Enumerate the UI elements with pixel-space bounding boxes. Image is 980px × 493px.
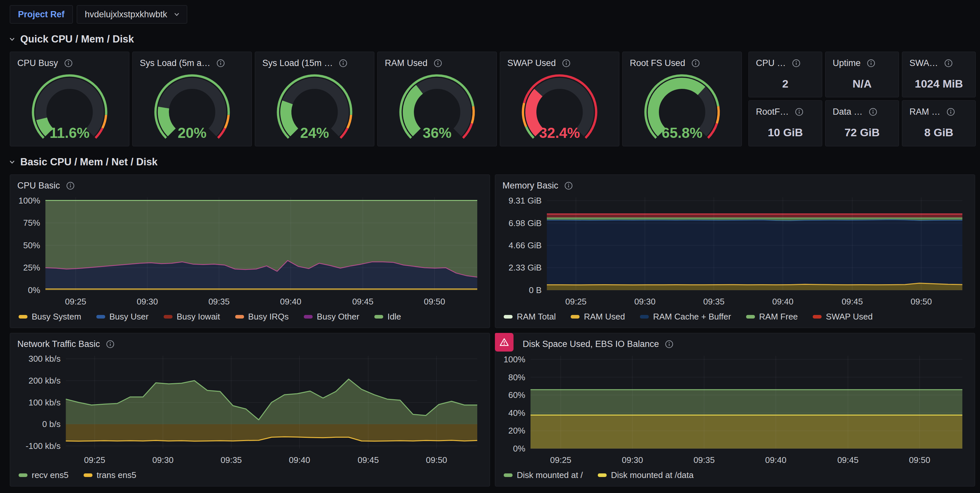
panel-title[interactable]: RAM Used [385, 58, 428, 68]
gauge-value: 24% [300, 125, 329, 141]
info-icon[interactable] [691, 59, 700, 68]
legend-item[interactable]: Idle [374, 312, 401, 322]
alert-badge[interactable] [495, 333, 514, 351]
legend-item[interactable]: Busy System [19, 312, 81, 322]
chart-legend: Busy System Busy User Busy Iowait Busy I… [10, 310, 490, 328]
panel-title[interactable]: SWAP Used [508, 58, 556, 68]
panel-header: RootF… [749, 101, 822, 118]
legend-item[interactable]: Busy Iowait [164, 312, 220, 322]
info-icon[interactable] [66, 181, 75, 190]
chart-panel: Memory Basic 0 B2.33 GiB4.66 GiB6.98 GiB… [495, 175, 975, 328]
section-title: Basic CPU / Mem / Net / Disk [20, 156, 158, 168]
info-icon[interactable] [944, 59, 953, 68]
variable-dropdown[interactable]: hvdelujxlxstpxkhwbtk [77, 5, 187, 24]
svg-text:09:45: 09:45 [352, 297, 373, 307]
stat-value: 10 GiB [749, 126, 822, 139]
legend-item[interactable]: Disk mounted at / [504, 470, 583, 480]
info-icon[interactable] [665, 340, 674, 348]
info-icon[interactable] [64, 59, 73, 68]
panel-title[interactable]: Sys Load (15m … [262, 58, 333, 68]
legend-label: Busy Other [317, 312, 360, 322]
legend-item[interactable]: trans ens5 [84, 470, 136, 480]
legend-label: RAM Used [584, 312, 625, 322]
legend-color-chip [640, 315, 649, 318]
svg-text:2.33 GiB: 2.33 GiB [509, 263, 542, 272]
gauge-visualization: 65.8% [627, 70, 738, 142]
svg-text:09:45: 09:45 [358, 455, 379, 465]
legend-label: Busy Iowait [177, 312, 220, 322]
legend-color-chip [374, 315, 383, 318]
gauge: 20% [133, 70, 251, 142]
legend-item[interactable]: Busy Other [304, 312, 360, 322]
legend-item[interactable]: Busy IRQs [235, 312, 289, 322]
svg-text:6.98 GiB: 6.98 GiB [509, 218, 542, 228]
panel-title[interactable]: RAM … [910, 107, 940, 117]
stat-panel: CPU … 2 [748, 52, 822, 97]
stat-value: 1024 MiB [902, 78, 975, 90]
chart-plot-area[interactable]: 0%20%40%60%80%100%09:2509:3009:3509:4009… [495, 351, 975, 469]
legend-item[interactable]: SWAP Used [813, 312, 872, 322]
stat-panel: SWA… 1024 MiB [902, 52, 976, 97]
quick-row: CPU Busy 11.6% Sys Load (5m a… 20% Sys L… [10, 52, 970, 146]
legend-label: RAM Cache + Buffer [653, 312, 731, 322]
panel-title[interactable]: Sys Load (5m a… [140, 58, 210, 68]
svg-text:09:35: 09:35 [703, 297, 725, 307]
panel-title[interactable]: RootF… [756, 107, 789, 117]
info-icon[interactable] [869, 108, 877, 116]
legend-item[interactable]: RAM Free [746, 312, 798, 322]
chart-panels: CPU Basic 0%25%50%75%100%09:2509:3009:35… [10, 175, 970, 487]
legend-label: trans ens5 [97, 470, 136, 480]
legend-label: recv ens5 [32, 470, 68, 480]
panel-header: RAM Used [378, 52, 496, 70]
info-icon[interactable] [867, 59, 875, 68]
chart-panel: Disk Space Used, EBS IO Balance 0%20%40%… [495, 333, 975, 487]
svg-text:09:40: 09:40 [772, 297, 794, 307]
svg-text:09:45: 09:45 [842, 297, 863, 307]
info-icon[interactable] [792, 59, 801, 68]
info-icon[interactable] [947, 108, 955, 116]
legend-item[interactable]: recv ens5 [19, 470, 68, 480]
svg-text:09:35: 09:35 [208, 297, 230, 307]
panel-title[interactable]: Network Traffic Basic [18, 339, 100, 349]
legend-color-chip [96, 315, 105, 318]
info-icon[interactable] [795, 108, 803, 116]
info-icon[interactable] [339, 59, 348, 68]
panel-title[interactable]: Data … [833, 107, 863, 117]
chart-plot-area[interactable]: 0 B2.33 GiB4.66 GiB6.98 GiB9.31 GiB09:25… [495, 192, 975, 310]
info-icon[interactable] [216, 59, 225, 68]
legend-item[interactable]: Busy User [96, 312, 149, 322]
chart-plot-area[interactable]: 0%25%50%75%100%09:2509:3009:3509:4009:45… [10, 192, 490, 310]
gauge: 65.8% [623, 70, 741, 142]
panel-title[interactable]: Memory Basic [503, 181, 558, 191]
section-header-basic[interactable]: Basic CPU / Mem / Net / Disk [8, 156, 980, 168]
chart-legend: Disk mounted at / Disk mounted at /data [495, 469, 975, 486]
chart-plot-area[interactable]: -100 kb/s0 b/s100 kb/s200 kb/s300 kb/s09… [10, 351, 490, 469]
variable-label: Project Ref [10, 5, 73, 24]
svg-text:09:50: 09:50 [424, 297, 445, 307]
panel-title[interactable]: CPU Busy [18, 58, 58, 68]
panel-title[interactable]: Disk Space Used, EBS IO Balance [523, 339, 659, 349]
panel-title[interactable]: Uptime [833, 58, 861, 68]
legend-item[interactable]: RAM Cache + Buffer [640, 312, 731, 322]
info-icon[interactable] [562, 59, 571, 68]
info-icon[interactable] [106, 340, 115, 348]
section-header-quick[interactable]: Quick CPU / Mem / Disk [8, 33, 980, 45]
gauge-value: 36% [423, 125, 452, 141]
gauge-visualization: 36% [382, 70, 493, 142]
panel-title[interactable]: SWA… [910, 58, 938, 68]
panel-title[interactable]: CPU Basic [18, 181, 60, 191]
gauge: 36% [378, 70, 496, 142]
panel-header: CPU Busy [10, 52, 129, 70]
gauge: 24% [255, 70, 374, 142]
svg-text:0 b/s: 0 b/s [42, 419, 60, 429]
legend-item[interactable]: RAM Total [504, 312, 556, 322]
legend-item[interactable]: Disk mounted at /data [598, 470, 694, 480]
gauge-panel: SWAP Used 32.4% [500, 52, 619, 146]
legend-label: RAM Total [517, 312, 556, 322]
legend-item[interactable]: RAM Used [571, 312, 625, 322]
panel-title[interactable]: Root FS Used [630, 58, 685, 68]
panel-title[interactable]: CPU … [756, 58, 786, 68]
dashboard-root: Project Ref hvdelujxlxstpxkhwbtk Quick C… [0, 0, 980, 487]
info-icon[interactable] [433, 59, 442, 68]
info-icon[interactable] [564, 181, 573, 190]
